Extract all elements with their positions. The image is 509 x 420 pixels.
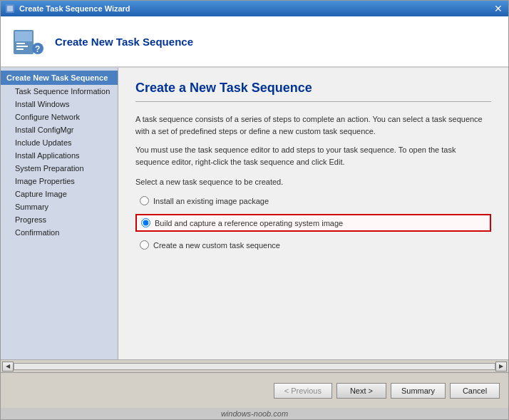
option-install-existing-label: Install an existing image package [153, 197, 269, 205]
sidebar-section[interactable]: Create New Task Sequence [1, 71, 118, 85]
description-1: A task sequence consists of a series of … [135, 113, 491, 137]
prev-button[interactable]: < Previous [274, 383, 332, 399]
option-install-existing[interactable]: Install an existing image package [135, 193, 491, 208]
cancel-button[interactable]: Cancel [450, 383, 500, 399]
svg-rect-5 [16, 46, 28, 47]
sidebar-item-image-properties[interactable]: Image Properties [1, 175, 118, 188]
title-bar: Create Task Sequence Wizard ✕ [1, 1, 508, 16]
footer: < Previous Next > Summary Cancel [1, 372, 508, 408]
header-banner: ? Create New Task Sequence [1, 16, 508, 68]
main-panel: Create a New Task Sequence A task sequen… [118, 68, 508, 359]
sidebar-item-configure-network[interactable]: Configure Network [1, 111, 118, 123]
sidebar-item-install-windows[interactable]: Install Windows [1, 98, 118, 111]
window-title: Create Task Sequence Wizard [19, 4, 130, 13]
radio-install-existing[interactable] [140, 196, 149, 205]
header-wizard-icon: ? [11, 24, 45, 58]
option-build-capture[interactable]: Build and capture a reference operating … [135, 214, 491, 232]
radio-custom[interactable] [140, 240, 149, 250]
sidebar-item-system-preparation[interactable]: System Preparation [1, 162, 118, 175]
scroll-right-btn[interactable]: ▶ [495, 362, 507, 372]
close-button[interactable]: ✕ [493, 4, 504, 14]
svg-text:?: ? [35, 44, 40, 54]
scrollbar-area: ◀ ▶ [1, 359, 508, 372]
sidebar: Create New Task Sequence Task Sequence I… [1, 68, 118, 359]
svg-rect-3 [15, 31, 32, 41]
svg-rect-6 [16, 48, 24, 50]
option-custom-label: Create a new custom task sequence [153, 241, 280, 250]
scrollbar-track[interactable] [14, 363, 495, 370]
sidebar-item-summary[interactable]: Summary [1, 200, 118, 213]
title-bar-left: Create Task Sequence Wizard [5, 4, 130, 14]
main-window: Create Task Sequence Wizard ✕ ? Create N… [0, 0, 509, 420]
sidebar-item-confirmation[interactable]: Confirmation [1, 226, 118, 239]
description-2: You must use the task sequence editor to… [135, 144, 491, 168]
svg-rect-1 [7, 6, 13, 11]
svg-rect-4 [16, 43, 25, 44]
next-button[interactable]: Next > [336, 383, 386, 399]
option-custom[interactable]: Create a new custom task sequence [135, 237, 491, 252]
summary-button[interactable]: Summary [391, 383, 446, 399]
watermark-text: windows-noob.com [221, 409, 288, 418]
radio-group: Install an existing image package Build … [135, 193, 491, 252]
radio-build-capture[interactable] [141, 218, 150, 227]
sidebar-item-include-updates[interactable]: Include Updates [1, 136, 118, 149]
page-title: Create a New Task Sequence [135, 81, 491, 102]
option-build-capture-label: Build and capture a reference operating … [155, 219, 343, 227]
sidebar-item-install-configmgr[interactable]: Install ConfigMgr [1, 123, 118, 136]
sidebar-item-install-applications[interactable]: Install Applications [1, 149, 118, 162]
content-area: Create New Task Sequence Task Sequence I… [1, 68, 508, 359]
watermark-bar: windows-noob.com [1, 408, 508, 419]
sidebar-item-capture-image[interactable]: Capture Image [1, 188, 118, 200]
select-label: Select a new task sequence to be created… [135, 178, 491, 186]
sidebar-item-task-sequence-info[interactable]: Task Sequence Information [1, 85, 118, 98]
scroll-left-btn[interactable]: ◀ [2, 362, 14, 372]
header-title: Create New Task Sequence [55, 36, 193, 48]
app-icon [5, 4, 15, 14]
sidebar-item-progress[interactable]: Progress [1, 213, 118, 226]
